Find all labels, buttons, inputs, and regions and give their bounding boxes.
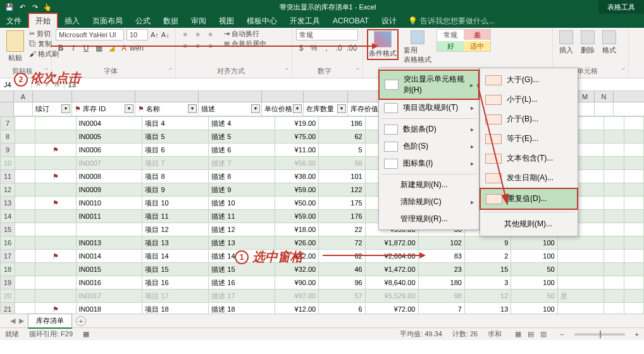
col-header-qty[interactable] — [304, 91, 348, 102]
menu-highlight-rules[interactable]: 突出显示单元格规则(H)▸ — [378, 70, 480, 100]
italic-icon[interactable]: I — [68, 43, 78, 53]
format-cells-button[interactable]: 格式 — [600, 29, 619, 56]
inc-decimal-icon[interactable]: .0 — [334, 43, 344, 53]
increase-font-icon[interactable]: A↑ — [151, 31, 159, 39]
redo-icon[interactable]: ↷ — [30, 3, 39, 11]
delete-cells-button[interactable]: 删除 — [578, 29, 597, 56]
annotation-step1: 选中窗格 — [235, 248, 303, 266]
font-color-icon[interactable]: A — [119, 43, 129, 53]
tab-data[interactable]: 数据 — [157, 14, 185, 28]
undo-icon[interactable]: ↶ — [18, 3, 27, 11]
tab-view[interactable]: 视图 — [213, 14, 240, 28]
tab-templates[interactable]: 模板中心 — [240, 14, 283, 28]
status-ready: 就绪 — [5, 329, 19, 339]
normal-view-icon[interactable]: ▦ — [512, 330, 524, 338]
sheet-tab-active[interactable]: 库存清单 — [28, 314, 72, 329]
insert-cells-button[interactable]: 插入 — [557, 29, 576, 56]
phonetic-icon[interactable]: wén — [132, 43, 142, 53]
col-header-A[interactable]: A — [14, 91, 33, 102]
save-icon[interactable]: 💾 — [5, 3, 14, 11]
col-header-flag[interactable] — [33, 91, 72, 102]
cell-styles-gallery[interactable]: 常规差 好适中 — [437, 29, 491, 52]
menu-manage-rules[interactable]: 管理规则(R)... — [379, 211, 479, 228]
touch-icon[interactable]: 👆 — [43, 3, 52, 11]
table-row[interactable]: 16IN0013项目 13描述 13¥26.0072¥1,872.0010291… — [1, 236, 644, 250]
ribbon-tabs: 文件 开始 插入 页面布局 公式 数据 审阅 视图 模板中心 开发工具 ACRO… — [0, 14, 644, 28]
tab-insert[interactable]: 插入 — [58, 14, 86, 28]
table-row[interactable]: 19IN0016项目 16描述 16¥90.0096¥8,640.0018031… — [1, 276, 644, 290]
status-count: 计数: 26 — [452, 329, 478, 339]
font-name-selector[interactable]: Microsoft YaHei UI — [56, 29, 124, 40]
page-layout-view-icon[interactable]: ▤ — [524, 330, 537, 338]
tab-formulas[interactable]: 公式 — [129, 14, 157, 28]
sheet-nav-prev-icon[interactable]: ◀ — [10, 317, 15, 325]
table-row[interactable]: 17⚑IN0014项目 14描述 14¥42.0062¥2,604.008321… — [1, 250, 644, 263]
table-row[interactable]: 21⚑IN0018项目 18描述 18¥12.006¥72.00713100 — [1, 303, 644, 314]
currency-icon[interactable]: $ — [296, 43, 306, 53]
status-sum: 求和 — [488, 329, 502, 339]
wrap-text-button[interactable]: ⇥ 自动换行 — [224, 29, 266, 39]
title-bar: 💾 ↶ ↷ 👆 带突出显示的库存清单1 - Excel 表格工具 — [0, 0, 644, 14]
menu-data-bars[interactable]: 数据条(D)▸ — [379, 121, 479, 138]
menu-top-bottom-rules[interactable]: 项目选取规则(T)▸ — [379, 99, 479, 116]
annotation-arrow-1 — [51, 46, 373, 47]
table-row[interactable]: 18IN0015项目 15描述 15¥32.0046¥1,472.0023155… — [1, 263, 644, 276]
number-format-selector[interactable]: 常规 — [296, 29, 358, 40]
align-mid-icon[interactable]: ≡ — [192, 29, 204, 39]
add-sheet-button[interactable]: + — [76, 316, 86, 326]
filter-dropdown-icon[interactable]: ▾ — [61, 104, 70, 113]
zoom-slider[interactable] — [574, 333, 625, 336]
annotation-arrow-3 — [473, 84, 523, 219]
col-header-N[interactable]: N — [595, 91, 614, 102]
window-title: 带突出显示的库存清单1 - Excel — [57, 3, 598, 12]
zoom-in-icon[interactable]: + — [635, 331, 639, 338]
status-average: 平均值: 49.34 — [400, 329, 442, 339]
tab-review[interactable]: 审阅 — [185, 14, 213, 28]
tab-design[interactable]: 设计 — [375, 14, 403, 28]
annotation-step2: 依次点击 — [14, 70, 81, 87]
status-bar: 就绪 循环引用: F29 ▦ 平均值: 49.34 计数: 26 求和 ▦▤▥ … — [0, 327, 644, 340]
paste-button[interactable]: 粘贴 — [4, 29, 27, 64]
lightbulb-icon: 💡 — [408, 16, 418, 25]
sheet-nav-next-icon[interactable]: ▶ — [19, 317, 24, 325]
flag-icon: ⚑ — [75, 105, 81, 113]
col-header-price[interactable] — [262, 91, 304, 102]
annotation-arrow-2 — [323, 255, 421, 256]
fill-color-icon[interactable]: ◢ — [106, 43, 116, 53]
border-icon[interactable]: ▦ — [94, 43, 104, 53]
comma-icon[interactable]: , — [321, 43, 331, 53]
dec-decimal-icon[interactable]: .00 — [347, 43, 357, 53]
decrease-font-icon[interactable]: A↓ — [161, 31, 170, 39]
tab-pagelayout[interactable]: 页面布局 — [86, 14, 129, 28]
status-icon: ▦ — [83, 330, 89, 338]
menu-color-scales[interactable]: 色阶(S)▸ — [379, 138, 479, 155]
underline-icon[interactable]: U — [81, 43, 91, 53]
zoom-out-icon[interactable]: − — [560, 331, 564, 338]
percent-icon[interactable]: % — [309, 43, 319, 53]
tab-acrobat[interactable]: ACROBAT — [326, 14, 375, 28]
table-row[interactable]: 20IN0017项目 17描述 17¥97.0057¥5,529.0098125… — [1, 290, 644, 303]
status-circular-ref: 循环引用: F29 — [29, 329, 73, 339]
bold-icon[interactable]: B — [56, 43, 66, 53]
page-break-view-icon[interactable]: ▥ — [537, 330, 550, 338]
col-header-desc[interactable] — [199, 91, 262, 102]
menu-clear-rules[interactable]: 清除规则(C)▸ — [379, 193, 479, 211]
tab-developer[interactable]: 开发工具 — [283, 14, 326, 28]
align-top-icon[interactable]: ≡ — [180, 29, 191, 39]
col-header-M[interactable]: M — [576, 91, 595, 102]
col-header-id[interactable] — [72, 91, 135, 102]
menu-icon-sets[interactable]: 图标集(I)▸ — [379, 155, 479, 172]
format-as-table-button[interactable]: 套用 表格格式 — [401, 29, 434, 66]
sheet-tab-bar: ◀ ▶ 库存清单 + — [0, 314, 644, 327]
tell-me[interactable]: 💡告诉我您想要做什么... — [403, 16, 500, 27]
font-size-selector[interactable]: 10 — [127, 29, 148, 40]
contextual-tab-table-tools: 表格工具 — [598, 0, 644, 14]
conditional-formatting-menu: 突出显示单元格规则(H)▸ 项目选取规则(T)▸ 数据条(D)▸ 色阶(S)▸ … — [378, 68, 480, 230]
col-header-name[interactable] — [135, 91, 199, 102]
tab-home[interactable]: 开始 — [28, 13, 58, 29]
merge-center-button[interactable]: ⊞ 合并后居中 — [224, 39, 266, 49]
menu-new-rule[interactable]: 新建规则(N)... — [379, 176, 479, 193]
tab-file[interactable]: 文件 — [0, 14, 28, 28]
align-bot-icon[interactable]: ≡ — [205, 29, 216, 39]
